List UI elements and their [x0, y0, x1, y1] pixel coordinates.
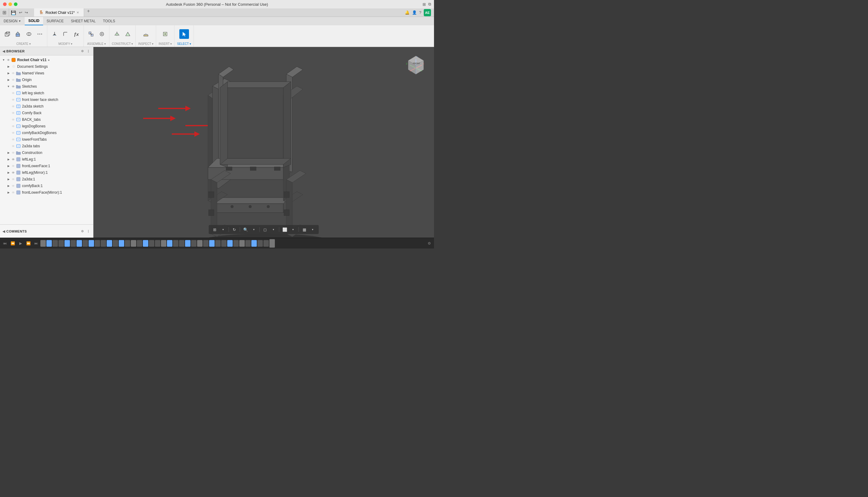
- left-leg-mirror-1-eye[interactable]: 👁: [11, 170, 16, 175]
- front-lower-face-mirror-1-arrow[interactable]: [6, 190, 11, 195]
- timeline-item-4[interactable]: [58, 240, 64, 247]
- tree-item-sketches[interactable]: 👁 Sketches: [0, 83, 93, 90]
- front-lower-sketch-eye[interactable]: 👁: [11, 97, 16, 102]
- vp-grid-dropdown[interactable]: ▾: [220, 226, 227, 233]
- design-dropdown[interactable]: DESIGN ▼: [0, 17, 25, 25]
- redo-icon[interactable]: ↪: [24, 9, 29, 17]
- sketches-arrow[interactable]: [6, 84, 11, 89]
- front-lower-face-1-arrow[interactable]: [6, 164, 11, 168]
- timeline-item-2[interactable]: [46, 240, 52, 247]
- active-tab[interactable]: 🪑 Rocket Chair v11* ✕: [34, 9, 84, 17]
- comfy-back-1-eye[interactable]: 👁: [11, 183, 16, 188]
- timeline-item-20[interactable]: [155, 240, 160, 247]
- viewport[interactable]: Y X Z FRONT: [94, 47, 434, 238]
- create-more-icon[interactable]: [35, 29, 45, 39]
- user-icon[interactable]: 👤: [412, 10, 417, 15]
- undo-icon[interactable]: ↩: [18, 9, 24, 17]
- timeline-item-39[interactable]: [269, 239, 275, 247]
- vp-view-cube-icon[interactable]: ⬜: [281, 226, 289, 233]
- timeline-item-37[interactable]: [257, 240, 263, 247]
- construct-plane-icon[interactable]: [112, 29, 122, 39]
- timeline-item-5[interactable]: [65, 240, 70, 247]
- notifications-icon[interactable]: 🔔: [405, 10, 410, 15]
- assemble-joint-icon[interactable]: [86, 29, 96, 39]
- timeline-item-21[interactable]: [161, 240, 166, 247]
- vp-zoom-dropdown[interactable]: ▾: [250, 226, 258, 233]
- tree-item-legs-dog-bones[interactable]: 👁 legsDogBones: [0, 123, 93, 129]
- comfy-back-1-arrow[interactable]: [6, 183, 11, 188]
- browser-expand-icon[interactable]: |: [86, 49, 91, 54]
- doc-settings-arrow[interactable]: [6, 64, 11, 69]
- timeline-item-19[interactable]: [149, 240, 154, 247]
- timeline-item-35[interactable]: [245, 240, 251, 247]
- timeline-item-16[interactable]: [131, 240, 136, 247]
- timeline-item-28[interactable]: [203, 240, 209, 247]
- create-revolve-icon[interactable]: [24, 29, 34, 39]
- timeline-item-25[interactable]: [185, 240, 191, 247]
- timeline-item-34[interactable]: [239, 240, 245, 247]
- comments-expand-icon[interactable]: |: [86, 229, 91, 234]
- left-leg-1-eye[interactable]: 👁: [11, 157, 16, 162]
- timeline-item-27[interactable]: [197, 240, 202, 247]
- 2a3da-1-arrow[interactable]: [6, 177, 11, 182]
- timeline-play[interactable]: ▶: [17, 240, 24, 247]
- tree-item-construction[interactable]: 👁 Construction: [0, 150, 93, 156]
- tab-surface[interactable]: SURFACE: [43, 17, 68, 25]
- timeline-item-8[interactable]: [83, 240, 88, 247]
- left-leg-mirror-1-arrow[interactable]: [6, 170, 11, 175]
- timeline-item-22[interactable]: [167, 240, 172, 247]
- construction-eye[interactable]: 👁: [11, 150, 16, 155]
- vp-view-cube-dropdown[interactable]: ▾: [290, 226, 297, 233]
- tree-item-comfy-back[interactable]: 👁 Comfy Back: [0, 110, 93, 116]
- tree-item-left-leg-sketch[interactable]: 👁 left leg sketch: [0, 90, 93, 96]
- named-views-eye[interactable]: 👁: [11, 71, 16, 75]
- timeline-item-18[interactable]: [143, 240, 148, 247]
- create-extrude-icon[interactable]: [13, 29, 23, 39]
- tree-item-doc-settings[interactable]: ⚙ Document Settings: [0, 63, 93, 70]
- sketches-eye[interactable]: 👁: [11, 84, 16, 89]
- tree-item-front-lower-face-1[interactable]: 👁 frontLowerFace:1: [0, 163, 93, 169]
- timeline-item-17[interactable]: [137, 240, 142, 247]
- tree-item-front-lower-face-mirror-1[interactable]: 👁 frontLowerFace(Mirror):1: [0, 189, 93, 196]
- tree-item-lower-front-tabs[interactable]: 👁 lowerFrontTabs: [0, 136, 93, 143]
- timeline-item-24[interactable]: [179, 240, 184, 247]
- modify-press-pull-icon[interactable]: [50, 29, 59, 39]
- timeline-item-36[interactable]: [251, 240, 257, 247]
- timeline-item-32[interactable]: [227, 240, 233, 247]
- timeline-item-30[interactable]: [215, 240, 221, 247]
- vp-display-dropdown[interactable]: ▾: [270, 226, 277, 233]
- legs-dog-bones-eye[interactable]: 👁: [11, 124, 16, 129]
- tree-item-named-views[interactable]: 👁 Named Views: [0, 70, 93, 76]
- comfy-back-dog-bones-eye[interactable]: 👁: [11, 130, 16, 135]
- tree-item-origin[interactable]: 👁 Origin: [0, 76, 93, 83]
- close-button[interactable]: [3, 2, 6, 6]
- app-menu-icon[interactable]: ⊞: [0, 9, 9, 17]
- select-icon[interactable]: [179, 29, 189, 39]
- vp-orbit-icon[interactable]: ↻: [231, 226, 238, 233]
- tree-item-2a3da-tabs[interactable]: 👁 2a3da tabs: [0, 143, 93, 150]
- tree-item-comfy-back-dog-bones[interactable]: 👁 comfyBackDogBones: [0, 129, 93, 136]
- timeline-item-29[interactable]: [209, 240, 214, 247]
- timeline-item-7[interactable]: [76, 240, 82, 247]
- minimize-button[interactable]: [9, 2, 12, 6]
- construction-arrow[interactable]: [6, 150, 11, 155]
- user-avatar[interactable]: AE: [424, 9, 431, 16]
- comments-collapse-icon[interactable]: ◀: [2, 229, 5, 233]
- vp-grid-icon[interactable]: ⊞: [211, 226, 219, 233]
- timeline-item-15[interactable]: [125, 240, 130, 247]
- timeline-item-9[interactable]: [88, 240, 94, 247]
- timeline-item-1[interactable]: [40, 240, 46, 247]
- tree-item-2a3da-1[interactable]: 👁 2a3da:1: [0, 176, 93, 183]
- layers-icon[interactable]: ⧉: [428, 2, 431, 6]
- timeline-next[interactable]: ⏩: [25, 240, 32, 247]
- timeline-item-14[interactable]: [119, 240, 124, 247]
- origin-arrow[interactable]: [6, 77, 11, 82]
- new-tab-button[interactable]: +: [84, 9, 93, 17]
- modify-fillet-icon[interactable]: [60, 29, 70, 39]
- tree-item-root[interactable]: 👁 Rocket Chair v11 ●: [0, 57, 93, 63]
- root-arrow[interactable]: [1, 58, 6, 62]
- browser-collapse-icon[interactable]: ◀: [2, 49, 5, 53]
- timeline-item-23[interactable]: [173, 240, 179, 247]
- timeline-skip-end[interactable]: ⏭: [32, 240, 40, 247]
- tree-item-2a3da-sketch[interactable]: 👁 2a3da sketch: [0, 103, 93, 110]
